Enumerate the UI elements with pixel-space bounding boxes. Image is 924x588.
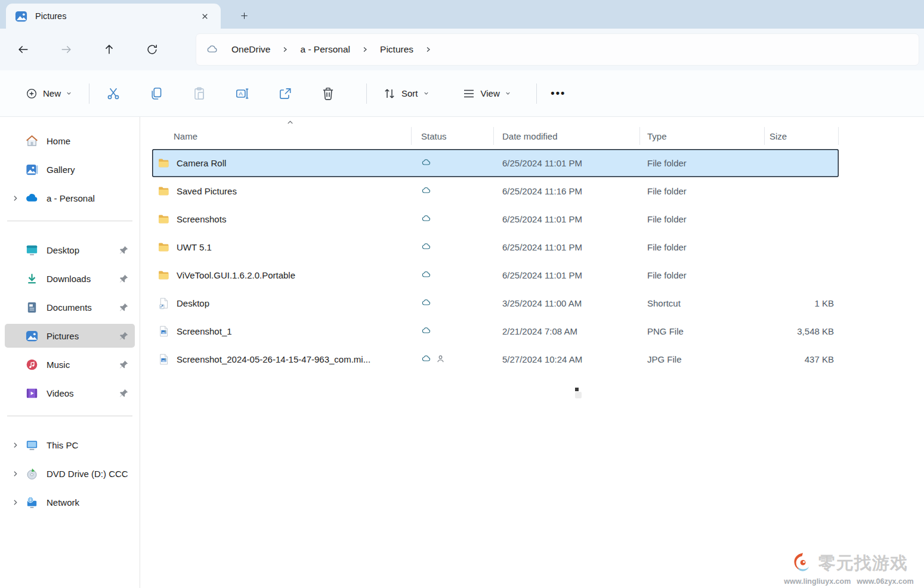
sidebar-item-network[interactable]: Network bbox=[5, 490, 135, 514]
cut-button[interactable] bbox=[99, 79, 128, 108]
cloud-status-icon bbox=[421, 269, 432, 282]
file-name: Desktop bbox=[177, 298, 209, 308]
expand-chevron-icon[interactable] bbox=[5, 441, 25, 449]
file-row-screenshot-2024-05-26-14-15-47-963-com-mi[interactable]: Screenshot_2024-05-26-14-15-47-963_com.m… bbox=[152, 345, 839, 373]
more-options-button[interactable]: ••• bbox=[546, 82, 570, 106]
mouse-cursor bbox=[575, 388, 582, 398]
date-modified-cell: 2/21/2024 7:08 AM bbox=[494, 326, 640, 336]
sidebar-item-label: Gallery bbox=[47, 165, 75, 175]
plus-circle-icon bbox=[25, 87, 38, 100]
date-modified-cell: 5/27/2024 10:24 AM bbox=[494, 354, 640, 364]
column-header-date-modified[interactable]: Date modified bbox=[494, 127, 640, 145]
sidebar-item-gallery[interactable]: Gallery bbox=[5, 157, 135, 181]
home-icon bbox=[25, 134, 39, 148]
sort-button[interactable]: Sort bbox=[376, 81, 435, 107]
date-modified-cell: 3/25/2024 11:00 AM bbox=[494, 298, 640, 308]
chevron-down-icon bbox=[66, 90, 72, 97]
sidebar-item-desktop[interactable]: Desktop bbox=[5, 238, 135, 262]
tab-bar: Pictures bbox=[0, 0, 924, 29]
file-name: Saved Pictures bbox=[177, 186, 237, 196]
sidebar-item-home[interactable]: Home bbox=[5, 129, 135, 153]
navigation-bar: OneDrive a - Personal Pictures bbox=[0, 29, 924, 70]
view-list-icon bbox=[462, 86, 476, 101]
new-tab-button[interactable] bbox=[234, 5, 254, 26]
breadcrumb-item-a-personal[interactable]: a - Personal bbox=[296, 42, 354, 57]
breadcrumb-item-pictures[interactable]: Pictures bbox=[376, 42, 417, 57]
onedrive-cloud-icon bbox=[206, 43, 219, 56]
file-row-vivetool-gui-1-6-2-0-portable[interactable]: ViVeTool.GUI.1.6.2.0.Portable6/25/2024 1… bbox=[152, 261, 839, 289]
view-button[interactable]: View bbox=[456, 81, 517, 107]
file-row-camera-roll[interactable]: Camera Roll6/25/2024 11:01 PMFile folder bbox=[152, 149, 839, 177]
file-row-screenshot-1[interactable]: Screenshot_12/21/2024 7:08 AMPNG File3,5… bbox=[152, 317, 839, 345]
breadcrumb-item-onedrive[interactable]: OneDrive bbox=[228, 42, 274, 57]
pin-icon bbox=[119, 302, 129, 312]
navigation-pane: HomeGallerya - PersonalDesktopDownloadsD… bbox=[0, 117, 140, 588]
rename-button[interactable]: A bbox=[228, 79, 257, 108]
sidebar-item-downloads[interactable]: Downloads bbox=[5, 267, 135, 290]
expand-chevron-icon[interactable] bbox=[5, 194, 25, 202]
onedrive-icon bbox=[25, 191, 39, 205]
status-cell bbox=[412, 185, 494, 198]
sidebar-item-documents[interactable]: Documents bbox=[5, 295, 135, 319]
breadcrumb: OneDrive a - Personal Pictures bbox=[196, 33, 919, 66]
back-button[interactable] bbox=[14, 41, 32, 58]
sidebar-item-dvd-drive-d-ccc[interactable]: DVD Drive (D:) CCC bbox=[5, 462, 135, 485]
sidebar-separator bbox=[7, 416, 132, 416]
expand-chevron-icon[interactable] bbox=[5, 470, 25, 478]
file-name-cell: UWT 5.1 bbox=[152, 241, 412, 253]
sidebar-item-videos[interactable]: Videos bbox=[5, 381, 135, 405]
scissors-icon bbox=[106, 86, 121, 101]
up-button[interactable] bbox=[100, 41, 118, 58]
share-button[interactable] bbox=[271, 79, 299, 108]
cloud-status-icon bbox=[421, 241, 432, 254]
delete-button[interactable] bbox=[314, 79, 342, 108]
chevron-right-icon[interactable] bbox=[425, 46, 432, 53]
refresh-button[interactable] bbox=[143, 41, 161, 58]
toolbar-divider bbox=[536, 83, 537, 104]
copy-button[interactable] bbox=[142, 79, 171, 108]
cloud-status-icon bbox=[421, 353, 432, 366]
type-cell: JPG File bbox=[640, 354, 765, 364]
copy-icon bbox=[149, 86, 164, 101]
file-row-desktop[interactable]: Desktop3/25/2024 11:00 AMShortcut1 KB bbox=[152, 289, 839, 317]
sidebar-item-music[interactable]: Music bbox=[5, 352, 135, 376]
expand-chevron-icon[interactable] bbox=[5, 499, 25, 506]
type-cell: File folder bbox=[640, 242, 765, 252]
size-cell: 437 KB bbox=[765, 354, 839, 364]
chevron-right-icon[interactable] bbox=[361, 46, 369, 53]
pictures-icon bbox=[25, 329, 39, 343]
file-rows: Camera Roll6/25/2024 11:01 PMFile folder… bbox=[152, 149, 839, 373]
gallery-icon bbox=[25, 163, 39, 177]
network-icon bbox=[25, 496, 39, 509]
column-header-size[interactable]: Size bbox=[765, 127, 839, 145]
paste-button[interactable] bbox=[185, 79, 214, 108]
tab-pictures[interactable]: Pictures bbox=[6, 4, 221, 29]
sidebar-item-a-personal[interactable]: a - Personal bbox=[5, 186, 135, 210]
column-header-name[interactable]: Name bbox=[152, 127, 412, 145]
pin-icon bbox=[119, 245, 129, 255]
forward-button[interactable] bbox=[57, 41, 75, 58]
sidebar-item-label: Documents bbox=[47, 302, 92, 312]
type-cell: File folder bbox=[640, 270, 765, 280]
status-cell bbox=[412, 213, 494, 226]
column-header-status[interactable]: Status bbox=[412, 127, 494, 145]
file-name: Screenshot_1 bbox=[177, 326, 232, 336]
chevron-right-icon[interactable] bbox=[282, 46, 289, 53]
pictures-icon bbox=[14, 10, 28, 23]
sidebar-item-this-pc[interactable]: This PC bbox=[5, 433, 135, 457]
type-cell: PNG File bbox=[640, 326, 765, 336]
thispc-icon bbox=[25, 438, 39, 452]
file-row-screenshots[interactable]: Screenshots6/25/2024 11:01 PMFile folder bbox=[152, 205, 839, 233]
chevron-down-icon bbox=[423, 90, 429, 97]
sidebar-item-pictures[interactable]: Pictures bbox=[5, 324, 135, 348]
column-header-type[interactable]: Type bbox=[640, 127, 765, 145]
type-cell: Shortcut bbox=[640, 298, 765, 308]
tab-close-icon[interactable] bbox=[197, 8, 212, 24]
image-icon bbox=[157, 325, 170, 338]
file-row-uwt-5-1[interactable]: UWT 5.16/25/2024 11:01 PMFile folder bbox=[152, 233, 839, 261]
file-row-saved-pictures[interactable]: Saved Pictures6/25/2024 11:16 PMFile fol… bbox=[152, 177, 839, 205]
shortcut-icon bbox=[157, 297, 170, 310]
cloud-status-icon bbox=[421, 213, 432, 226]
cloud-status-icon bbox=[421, 157, 432, 170]
new-button[interactable]: New bbox=[18, 81, 79, 107]
